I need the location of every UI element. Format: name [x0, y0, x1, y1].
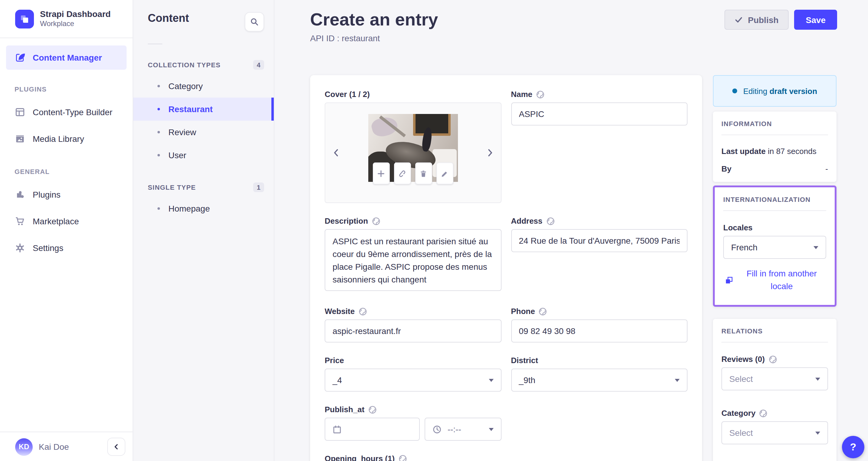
sidebar-item-plugins[interactable]: Plugins	[0, 181, 133, 208]
carousel-prev-button[interactable]	[333, 148, 339, 157]
workspace-title: Strapi Dashboard	[40, 9, 111, 20]
draft-dot-icon	[732, 88, 737, 93]
collapse-sidebar-button[interactable]	[107, 438, 125, 456]
bullet-icon	[157, 207, 160, 210]
subnav-item-homepage[interactable]: Homepage	[133, 197, 274, 220]
publish-at-field: Publish_at	[325, 405, 501, 441]
chevron-down-icon	[675, 379, 680, 382]
website-input[interactable]	[325, 319, 501, 343]
description-textarea[interactable]: ASPIC est un restaurant parisien situé a…	[325, 229, 501, 291]
sidebar-item-content-manager[interactable]: Content Manager	[6, 46, 127, 70]
strapi-app: Strapi Dashboard Workplace Content Manag…	[0, 0, 868, 461]
workspace-switcher[interactable]: Strapi Dashboard Workplace	[0, 0, 133, 38]
subnav-item-restaurant[interactable]: Restaurant	[133, 97, 274, 121]
chevron-down-icon	[815, 377, 820, 380]
user-name[interactable]: Kai Doe	[39, 442, 101, 452]
publish-at-time-select[interactable]: --:--	[425, 417, 501, 441]
publish-label: Publish	[748, 15, 778, 25]
general-section-label: GENERAL	[0, 152, 133, 181]
fill-from-locale-link[interactable]: Fill in from another locale	[724, 267, 825, 293]
publish-button[interactable]: Publish	[724, 10, 789, 30]
search-button[interactable]	[245, 12, 264, 31]
district-field: District _9th	[511, 356, 687, 392]
district-value: _9th	[519, 375, 535, 385]
bullet-icon	[157, 85, 160, 87]
time-placeholder: --:--	[447, 424, 483, 434]
check-icon	[735, 16, 742, 24]
globe-icon	[368, 405, 377, 414]
category-label: Category	[721, 409, 756, 417]
right-panel: Editing draft version INFORMATION Last u…	[713, 75, 837, 461]
save-button[interactable]: Save	[795, 10, 837, 30]
chevron-down-icon	[813, 246, 818, 249]
help-button[interactable]: ?	[842, 436, 864, 458]
price-label: Price	[325, 356, 344, 365]
carousel-next-button[interactable]	[487, 148, 493, 157]
subnav-item-category[interactable]: Category	[133, 75, 274, 97]
by-label: By	[721, 164, 732, 173]
question-mark-icon: ?	[850, 441, 857, 453]
description-field: Description ASPIC est un restaurant pari…	[325, 217, 501, 293]
information-title: INFORMATION	[721, 120, 828, 127]
opening-hours-label: Opening_hours (1)	[325, 454, 395, 461]
globe-icon	[538, 307, 547, 316]
entry-form-card: Cover (1 / 2)	[310, 75, 702, 461]
pencil-icon	[441, 169, 449, 177]
workspace-subtitle: Workplace	[40, 20, 111, 28]
chevron-down-icon	[489, 428, 493, 431]
address-input[interactable]	[511, 229, 687, 252]
puzzle-icon	[14, 189, 26, 200]
plugins-section-label: PLUGINS	[0, 70, 133, 99]
price-field: Price _4	[325, 356, 501, 392]
draft-prefix: Editing	[743, 86, 768, 95]
sidebar-item-marketplace[interactable]: Marketplace	[0, 208, 133, 235]
media-icon	[14, 133, 26, 144]
edit-asset-button[interactable]	[436, 163, 454, 184]
publish-at-date-input[interactable]	[325, 417, 420, 441]
price-select[interactable]: _4	[325, 369, 501, 392]
collection-types-count: 4	[253, 60, 264, 70]
subnav-item-label: Review	[168, 127, 196, 137]
category-select[interactable]: Select	[721, 421, 828, 444]
collection-types-label: COLLECTION TYPES	[148, 61, 220, 68]
address-field: Address	[511, 217, 687, 293]
clock-icon	[433, 425, 441, 434]
api-id-subtitle: API ID : restaurant	[310, 33, 438, 43]
sidebar-item-label: Content Manager	[33, 53, 102, 62]
bullet-icon	[157, 108, 160, 110]
opening-hours-field: Opening_hours (1)	[325, 454, 501, 461]
by-value: -	[825, 164, 828, 173]
copy-link-button[interactable]	[394, 163, 411, 184]
sidebar-item-label: Content-Type Builder	[33, 107, 112, 117]
subnav-item-user[interactable]: User	[133, 144, 274, 167]
bullet-icon	[157, 131, 160, 133]
avatar[interactable]: KD	[15, 438, 33, 456]
layout-icon	[14, 107, 26, 118]
phone-input[interactable]	[511, 319, 687, 343]
reviews-select[interactable]: Select	[721, 367, 828, 391]
add-asset-button[interactable]	[373, 163, 390, 184]
sidebar-item-media-library[interactable]: Media Library	[0, 125, 133, 152]
chevron-down-icon	[489, 379, 493, 382]
primary-menu: Content Manager PLUGINS Content-Type Bui…	[0, 38, 133, 261]
last-update-value: in 87 seconds	[768, 147, 816, 156]
trash-icon	[420, 169, 428, 177]
draft-bold: draft version	[770, 86, 817, 95]
name-input[interactable]	[511, 103, 687, 125]
locales-select[interactable]: French	[723, 236, 826, 259]
relations-card: RELATIONS Reviews (0) Select Category	[713, 319, 837, 461]
sidebar-item-content-type-builder[interactable]: Content-Type Builder	[0, 99, 133, 125]
relations-title: RELATIONS	[721, 327, 828, 335]
delete-asset-button[interactable]	[415, 163, 432, 184]
phone-label: Phone	[511, 307, 535, 316]
district-select[interactable]: _9th	[511, 369, 687, 392]
feather-icon	[14, 52, 26, 63]
globe-icon	[398, 454, 407, 461]
page-title: Create an entry	[310, 8, 438, 30]
locale-value: French	[731, 242, 757, 252]
sidebar-item-settings[interactable]: Settings	[0, 235, 133, 261]
subnav-item-review[interactable]: Review	[133, 121, 274, 144]
globe-icon	[768, 355, 777, 364]
subnav-item-label: User	[168, 150, 186, 160]
link-icon	[399, 169, 406, 177]
